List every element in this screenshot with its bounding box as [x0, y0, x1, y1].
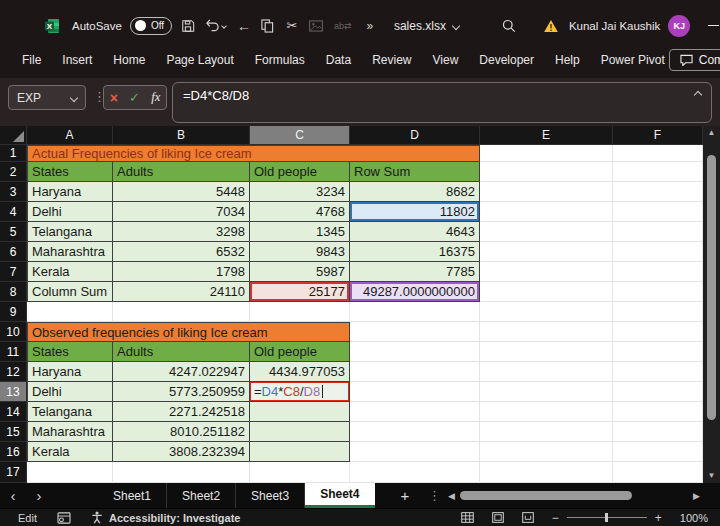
- cell-C14[interactable]: [250, 402, 350, 422]
- cell-F2[interactable]: [613, 162, 703, 182]
- cell-E3[interactable]: [480, 182, 613, 202]
- horizontal-scroll-thumb[interactable]: [460, 491, 632, 500]
- cell-C3[interactable]: 3234: [250, 182, 350, 202]
- row-header-14[interactable]: 14: [0, 402, 27, 422]
- row-header-10[interactable]: 10: [0, 322, 27, 342]
- cell-F3[interactable]: [613, 182, 703, 202]
- cell-F7[interactable]: [613, 262, 703, 282]
- zoom-thumb[interactable]: [605, 513, 608, 522]
- cell-B12[interactable]: 4247.022947: [113, 362, 250, 382]
- cell-D12[interactable]: [350, 362, 480, 382]
- cell-D2[interactable]: Row Sum: [350, 162, 480, 182]
- cell-F12[interactable]: [613, 362, 703, 382]
- cell-A12[interactable]: Haryana: [27, 362, 113, 382]
- cell-E6[interactable]: [480, 242, 613, 262]
- cell-B17[interactable]: [113, 462, 250, 483]
- cell-E1[interactable]: [480, 145, 613, 162]
- excel-app-icon[interactable]: X: [44, 18, 60, 34]
- row-header-6[interactable]: 6: [0, 242, 27, 262]
- sheet-nav-next-icon[interactable]: ›: [26, 487, 52, 504]
- cell-F11[interactable]: [613, 342, 703, 362]
- cell-C2[interactable]: Old people: [250, 162, 350, 182]
- cell-A16[interactable]: Kerala: [27, 442, 113, 462]
- cell-E2[interactable]: [480, 162, 613, 182]
- zoom-level[interactable]: 100%: [680, 512, 708, 524]
- cell-F14[interactable]: [613, 402, 703, 422]
- cell-A5[interactable]: Telangana: [27, 222, 113, 242]
- cell-D10[interactable]: [350, 322, 480, 342]
- cell-F16[interactable]: [613, 442, 703, 462]
- column-header-C[interactable]: C: [250, 126, 350, 145]
- insert-function-icon[interactable]: fx: [151, 90, 160, 105]
- cell-F9[interactable]: [613, 302, 703, 322]
- cell-C11[interactable]: Old people: [250, 342, 350, 362]
- cell-A4[interactable]: Delhi: [27, 202, 113, 222]
- row-header-4[interactable]: 4: [0, 202, 27, 222]
- cell-C8[interactable]: 25177: [250, 282, 350, 302]
- zoom-out-icon[interactable]: −: [552, 511, 559, 525]
- cell-C12[interactable]: 4434.977053: [250, 362, 350, 382]
- cell-F8[interactable]: [613, 282, 703, 302]
- cell-E13[interactable]: [480, 382, 613, 402]
- macro-record-icon[interactable]: [57, 512, 71, 524]
- cell-F15[interactable]: [613, 422, 703, 442]
- row-header-9[interactable]: 9: [0, 302, 27, 322]
- search-icon[interactable]: [501, 18, 517, 34]
- cell-D15[interactable]: [350, 422, 480, 442]
- cell-A2[interactable]: States: [27, 162, 113, 182]
- cut-icon[interactable]: ✂: [284, 18, 300, 34]
- cell-D3[interactable]: 8682: [350, 182, 480, 202]
- cell-D17[interactable]: [350, 462, 480, 483]
- cell-F6[interactable]: [613, 242, 703, 262]
- cell-A13[interactable]: Delhi: [27, 382, 113, 402]
- copy-icon[interactable]: [260, 18, 276, 34]
- cell-C5[interactable]: 1345: [250, 222, 350, 242]
- vertical-scrollbar[interactable]: ▲ ▼: [703, 126, 720, 483]
- row-header-2[interactable]: 2: [0, 162, 27, 182]
- row-header-12[interactable]: 12: [0, 362, 27, 382]
- cell-A7[interactable]: Kerala: [27, 262, 113, 282]
- cell-A15[interactable]: Maharashtra: [27, 422, 113, 442]
- back-arrow-icon[interactable]: ←: [236, 18, 252, 34]
- cell-A10-table2-title[interactable]: Observed frequencies of liking Ice cream: [27, 322, 350, 342]
- cell-E7[interactable]: [480, 262, 613, 282]
- scroll-down-icon[interactable]: ▼: [708, 469, 716, 483]
- row-header-7[interactable]: 7: [0, 262, 27, 282]
- cell-B15[interactable]: 8010.251182: [113, 422, 250, 442]
- column-header-E[interactable]: E: [480, 126, 613, 145]
- row-header-15[interactable]: 15: [0, 422, 27, 442]
- undo-dropdown-icon[interactable]: [222, 23, 228, 29]
- tab-file[interactable]: File: [18, 49, 45, 71]
- cell-B8[interactable]: 24110: [113, 282, 250, 302]
- sheet-tab-sheet2[interactable]: Sheet2: [167, 483, 236, 508]
- cell-F17[interactable]: [613, 462, 703, 483]
- tabbar-grip-icon[interactable]: ⋮: [428, 488, 441, 503]
- zoom-track[interactable]: [567, 517, 647, 518]
- cell-C13-formula-edit[interactable]: =D4*C8/D8: [250, 382, 350, 402]
- tab-page-layout[interactable]: Page Layout: [162, 49, 237, 71]
- cell-F10[interactable]: [613, 322, 703, 342]
- sheet-tab-sheet3[interactable]: Sheet3: [236, 483, 305, 508]
- column-header-D[interactable]: D: [350, 126, 480, 145]
- cell-E16[interactable]: [480, 442, 613, 462]
- document-title[interactable]: sales.xlsx: [394, 19, 459, 33]
- cancel-icon[interactable]: ×: [110, 91, 118, 105]
- tab-developer[interactable]: Developer: [475, 49, 538, 71]
- collapse-formula-bar-icon[interactable]: [694, 91, 702, 99]
- add-sheet-button[interactable]: +: [401, 487, 410, 504]
- cell-D7[interactable]: 7785: [350, 262, 480, 282]
- cell-C9[interactable]: [250, 302, 350, 322]
- cell-F13[interactable]: [613, 382, 703, 402]
- row-header-13[interactable]: 13: [0, 382, 27, 402]
- zoom-in-icon[interactable]: +: [655, 511, 662, 525]
- cell-E4[interactable]: [480, 202, 613, 222]
- normal-view-icon[interactable]: [461, 512, 474, 523]
- cell-B11[interactable]: Adults: [113, 342, 250, 362]
- row-header-11[interactable]: 11: [0, 342, 27, 362]
- column-header-B[interactable]: B: [113, 126, 250, 145]
- cell-A11[interactable]: States: [27, 342, 113, 362]
- cell-F4[interactable]: [613, 202, 703, 222]
- sheet-tab-sheet1[interactable]: Sheet1: [98, 483, 167, 508]
- cell-B2[interactable]: Adults: [113, 162, 250, 182]
- cell-B14[interactable]: 2271.242518: [113, 402, 250, 422]
